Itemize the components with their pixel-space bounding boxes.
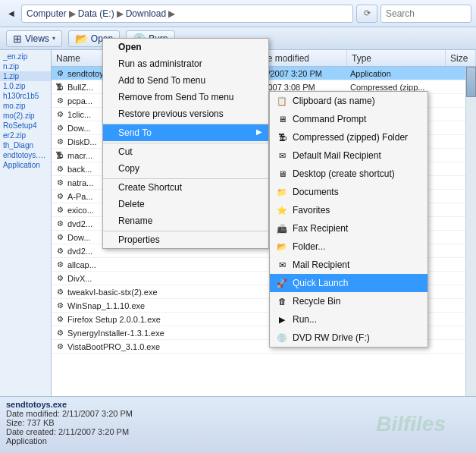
cmd-icon: 🖥 — [276, 113, 288, 125]
left-panel-item[interactable]: th_Diagn — [0, 140, 51, 150]
ctx-delete[interactable]: Delete — [103, 196, 268, 212]
status-filetype: Application — [6, 436, 470, 445]
submenu-clipboard[interactable]: 📋 Clipboard (as name) — [270, 92, 427, 110]
left-panel-item[interactable]: er2.zip — [0, 131, 51, 140]
submenu-label: Documents — [293, 187, 339, 197]
submenu-label: DVD RW Drive (F:) — [293, 332, 370, 343]
ctx-add-sendto[interactable]: Add to Send To menu — [103, 72, 268, 89]
file-icon: ⚙ — [55, 164, 65, 175]
file-name: SynergyInstaller-1.3.1.exe — [67, 329, 164, 338]
file-icon: ⚙ — [55, 68, 65, 79]
submenu-label: Fax Recipient — [293, 223, 348, 234]
submenu-label: Quick Launch — [293, 278, 348, 288]
left-panel-item[interactable]: n.zip — [0, 61, 51, 71]
submenu-mail-default[interactable]: ✉ Default Mail Recipient — [270, 146, 427, 165]
left-panel-item[interactable]: mo.zip — [0, 101, 51, 111]
file-icon: ⚙ — [55, 273, 65, 284]
submenu-cmd[interactable]: 🖥 Command Prompt — [270, 110, 427, 128]
desktop-icon: 🖥 — [276, 168, 288, 180]
submenu-label: Compressed (zipped) Folder — [293, 132, 408, 143]
scrollbar-thumb[interactable] — [466, 67, 476, 97]
file-name: Dow... — [67, 233, 91, 242]
dvd-icon: 💿 — [276, 332, 288, 344]
breadcrumb-folder[interactable]: Download — [126, 8, 166, 19]
folder-icon: 📂 — [276, 241, 288, 253]
submenu-mail[interactable]: ✉ Mail Recipient — [270, 256, 427, 274]
breadcrumb-drive[interactable]: Data (E:) — [78, 8, 114, 19]
submenu-favorites[interactable]: ⭐ Favorites — [270, 201, 427, 219]
file-icon: ⚙ — [55, 123, 65, 134]
breadcrumb-computer[interactable]: Computer — [27, 8, 67, 19]
col-type[interactable]: Type — [347, 50, 446, 66]
ctx-properties[interactable]: Properties — [103, 231, 268, 248]
col-size[interactable]: Size — [446, 50, 476, 66]
refresh-button[interactable]: ⟳ — [356, 5, 377, 23]
submenu-label: Clipboard (as name) — [293, 96, 375, 106]
file-name: tweakvI-basic-stx(2).exe — [67, 288, 158, 297]
file-name: pcpa... — [67, 96, 92, 105]
scrollbar[interactable] — [465, 67, 476, 429]
file-name: BullZ... — [67, 83, 93, 92]
left-panel-item[interactable]: endtotoys.exe — [0, 150, 51, 160]
ctx-sendto[interactable]: Send To — [103, 124, 268, 141]
file-name: A-Pa... — [67, 192, 93, 201]
back-button[interactable]: ◀ — [5, 7, 18, 20]
file-icon: ⚙ — [55, 96, 65, 106]
submenu-label: Command Prompt — [293, 114, 366, 124]
left-panel-item[interactable]: RoSetup4 — [0, 121, 51, 131]
file-name: dvd2... — [67, 247, 92, 256]
file-name: DivX... — [67, 274, 92, 283]
ctx-restore[interactable]: Restore previous versions — [103, 105, 268, 122]
submenu-quick-launch[interactable]: 🚀 Quick Launch — [270, 274, 427, 292]
submenu-recycle[interactable]: 🗑 Recycle Bin — [270, 292, 427, 310]
submenu-folder[interactable]: 📂 Folder... — [270, 238, 427, 256]
quicklaunch-icon: 🚀 — [276, 277, 288, 289]
ctx-run-as-admin[interactable]: Run as administrator — [103, 55, 268, 72]
submenu-label: Recycle Bin — [293, 296, 340, 307]
submenu-desktop[interactable]: 🖥 Desktop (create shortcut) — [270, 165, 427, 183]
favorites-icon: ⭐ — [276, 204, 288, 216]
left-panel-item[interactable]: 1.0.zip — [0, 81, 51, 91]
left-panel: _en.zip n.zip 1.zip 1.0.zip h130rc1b5 mo… — [0, 50, 52, 429]
ctx-create-shortcut[interactable]: Create Shortcut — [103, 178, 268, 196]
status-bar: sendtotoys.exe Date modified: 2/11/2007 … — [0, 396, 476, 453]
file-name: Firefox Setup 2.0.0.1.exe — [67, 315, 161, 324]
file-type: Compressed (zipp... — [347, 83, 446, 92]
file-icon: ⚙ — [55, 137, 65, 147]
file-name: exico... — [67, 206, 94, 215]
views-icon: ⊞ — [13, 33, 22, 45]
submenu-run[interactable]: ▶ Run... — [270, 310, 427, 329]
submenu-dvd[interactable]: 💿 DVD RW Drive (F:) — [270, 329, 427, 347]
file-icon: ⚙ — [55, 260, 65, 270]
left-panel-item[interactable]: _en.zip — [0, 52, 51, 61]
ctx-copy[interactable]: Copy — [103, 160, 268, 177]
file-name: WinSnap_1.1.10.exe — [67, 301, 145, 310]
context-menu: Open Run as administrator Add to Send To… — [102, 38, 269, 249]
submenu-label: Mail Recipient — [293, 260, 349, 270]
file-type: Application — [347, 69, 446, 78]
left-panel-item[interactable]: 1.zip — [0, 71, 51, 81]
views-arrow: ▾ — [52, 35, 55, 42]
submenu-label: Desktop (create shortcut) — [293, 168, 395, 179]
file-name: natra... — [67, 178, 93, 187]
ctx-open[interactable]: Open — [103, 39, 268, 55]
left-panel-item[interactable]: Application — [0, 160, 51, 170]
submenu-zip[interactable]: 🗜 Compressed (zipped) Folder — [270, 128, 427, 146]
file-icon: ⚙ — [55, 232, 65, 243]
ctx-remove-sendto[interactable]: Remove from Send To menu — [103, 89, 268, 105]
breadcrumb[interactable]: Computer ▶ Data (E:) ▶ Download ▶ — [21, 5, 353, 23]
ctx-rename[interactable]: Rename — [103, 212, 268, 229]
watermark: Bilfiles — [376, 412, 446, 436]
file-name: back... — [67, 165, 92, 174]
views-button[interactable]: ⊞ Views ▾ — [6, 30, 62, 47]
submenu-fax[interactable]: 📠 Fax Recipient — [270, 219, 427, 238]
zip-icon: 🗜 — [276, 131, 288, 143]
left-panel-item[interactable]: h130rc1b5 — [0, 91, 51, 101]
docs-icon: 📁 — [276, 186, 288, 198]
submenu-docs[interactable]: 📁 Documents — [270, 183, 427, 201]
submenu-label: Run... — [293, 314, 317, 325]
ctx-cut[interactable]: Cut — [103, 143, 268, 160]
search-input[interactable] — [380, 5, 471, 23]
file-icon: ⚙ — [55, 300, 65, 311]
left-panel-item[interactable]: mo(2).zip — [0, 111, 51, 121]
